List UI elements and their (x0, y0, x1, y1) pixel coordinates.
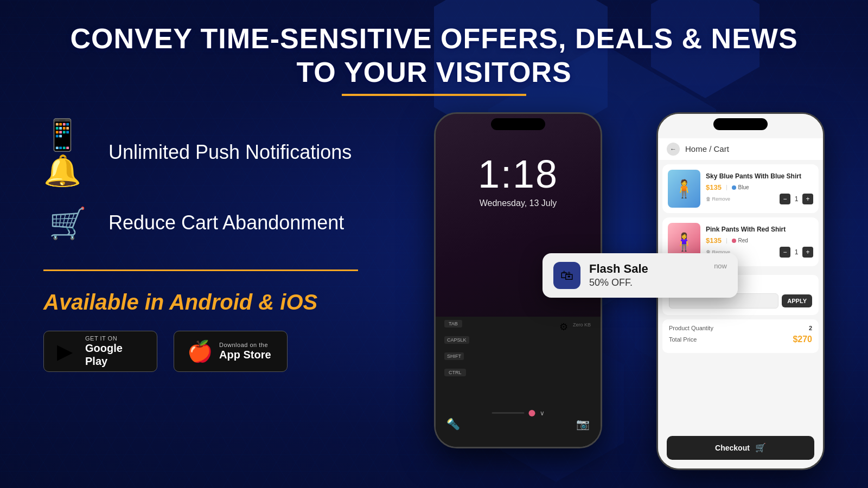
checkout-label: Checkout (715, 444, 750, 452)
item2-name: Pink Pants With Red Shirt (706, 226, 813, 234)
item2-color: Red (732, 237, 748, 243)
app-store-icon: 🍎 (187, 339, 213, 363)
store-buttons: ▶ GET IT ON Google Play 🍎 Download on th… (43, 331, 412, 372)
total-price-row: Total Price $270 (669, 335, 812, 344)
popup-body: 50% OFF. (589, 277, 705, 288)
checkout-cart-icon: 🛒 (755, 442, 766, 453)
popup-title: Flash Sale (589, 262, 705, 276)
item2-color-dot (732, 239, 736, 243)
app-store-text: Download on the App Store (219, 342, 271, 361)
title-line1: CONVEY TIME-SENSITIVE OFFERS, DEALS & NE… (70, 23, 797, 54)
popup-content: Flash Sale 50% OFF. (589, 262, 705, 288)
item1-details: Sky Blue Pants With Blue Shirt $135 | Bl… (706, 172, 813, 204)
app-store-name: App Store (219, 348, 271, 361)
google-play-name: Google Play (85, 342, 144, 368)
phone1-keyboard: Zero KB ⚙ TAB CAPSLK SHIFT CTRL 🔦 📷 ∨ (436, 317, 601, 447)
item1-qty-control: − 1 + (780, 194, 813, 204)
google-play-icon: ▶ (57, 339, 79, 363)
total-price-value: $270 (793, 335, 812, 344)
cart-header: ← Home / Cart (658, 138, 823, 160)
feature-push-notifications: 📱🔔 Unlimited Push Notifications (43, 129, 412, 177)
google-play-text: GET IT ON Google Play (85, 335, 144, 368)
item1-color-dot (732, 185, 736, 190)
title-underline (342, 94, 526, 96)
apply-coupon-button[interactable]: APPLY (782, 294, 812, 307)
main-content: 📱🔔 Unlimited Push Notifications 🛒 Reduce… (0, 107, 868, 488)
divider (43, 269, 358, 271)
item2-qty-increase[interactable]: + (802, 247, 813, 258)
lock-time: 1:18 (478, 152, 558, 196)
item1-qty: 1 (793, 195, 800, 203)
item2-price: $135 (706, 236, 722, 245)
phone2-notch (713, 118, 768, 130)
popup-icon: 🛍 (553, 262, 580, 289)
cart-back-button[interactable]: ← (667, 143, 680, 156)
cart-item-1: 🧍 Sky Blue Pants With Blue Shirt $135 | … (662, 164, 819, 213)
app-store-top-text: Download on the (219, 342, 271, 348)
cart-summary: Product Quantity 2 Total Price $270 (662, 319, 819, 353)
availability-text: Available in Android & iOS (43, 290, 412, 314)
product-quantity-label: Product Quantity (669, 325, 713, 331)
item1-name: Sky Blue Pants With Blue Shirt (706, 172, 813, 181)
left-panel: 📱🔔 Unlimited Push Notifications 🛒 Reduce… (43, 123, 412, 372)
item1-qty-decrease[interactable]: − (780, 194, 790, 204)
item2-qty-control: − 1 + (780, 247, 813, 258)
total-price-label: Total Price (669, 336, 697, 343)
product-quantity-row: Product Quantity 2 (669, 325, 812, 331)
product-quantity-value: 2 (809, 325, 812, 331)
header: CONVEY TIME-SENSITIVE OFFERS, DEALS & NE… (0, 0, 868, 107)
item1-remove[interactable]: 🗑 Remove (706, 196, 730, 202)
item1-price: $135 (706, 183, 722, 191)
main-title: CONVEY TIME-SENSITIVE OFFERS, DEALS & NE… (33, 22, 835, 89)
feature-cart-label: Reduce Cart Abandonment (108, 210, 344, 236)
app-store-button[interactable]: 🍎 Download on the App Store (174, 331, 288, 372)
item1-image: 🧍 (668, 170, 700, 208)
popup-time: now (714, 262, 727, 270)
cart-breadcrumb: Home / Cart (685, 144, 729, 153)
item2-qty: 1 (793, 248, 800, 256)
phones-area: 1:18 Wednesday, 13 July 🛍 Flash Sale 50%… (434, 112, 825, 488)
feature-cart-abandonment: 🛒 Reduce Cart Abandonment (43, 199, 412, 248)
feature-push-label: Unlimited Push Notifications (108, 140, 352, 165)
item1-meta: 🗑 Remove − 1 + (706, 194, 813, 204)
push-notification-icon: 📱🔔 (43, 129, 92, 177)
item1-person-icon: 🧍 (668, 170, 700, 208)
title-line2: TO YOUR VISITORS (296, 56, 571, 88)
item2-qty-decrease[interactable]: − (780, 247, 790, 258)
lock-date: Wednesday, 13 July (480, 198, 557, 208)
notification-popup: 🛍 Flash Sale 50% OFF. now (542, 253, 738, 298)
phone1-notch (491, 118, 545, 130)
item1-color: Blue (732, 184, 749, 190)
cart-abandonment-icon: 🛒 (43, 199, 92, 248)
google-play-button[interactable]: ▶ GET IT ON Google Play (43, 331, 157, 372)
google-play-top-text: GET IT ON (85, 335, 144, 342)
item1-qty-increase[interactable]: + (802, 194, 813, 204)
checkout-button[interactable]: Checkout 🛒 (667, 436, 814, 460)
